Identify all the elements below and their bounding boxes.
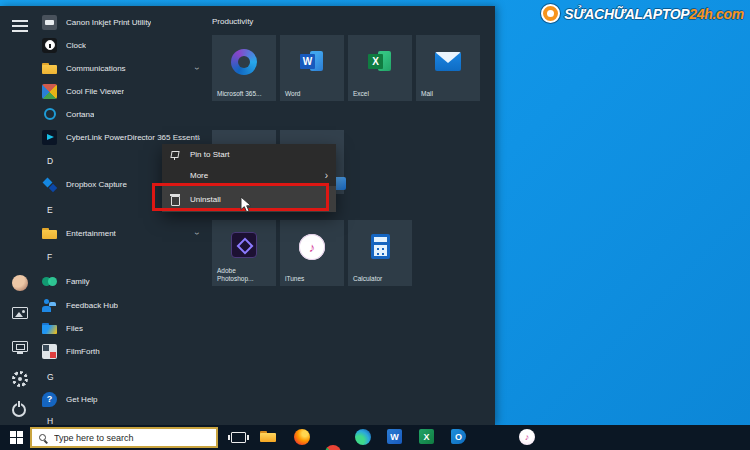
tile-mail[interactable]: Mail [416,35,480,101]
app-label: CyberLink PowerDirector 365 Essential [66,133,200,142]
tile-label: Adobe Photoshop... [217,267,273,283]
section-letter-h[interactable]: H [47,410,67,425]
user-avatar[interactable] [12,275,28,291]
tile-label: Word [285,90,341,98]
tile-itunes[interactable]: ♪ iTunes [280,220,344,286]
calculator-icon [371,234,390,259]
microsoft-365-icon [231,49,257,75]
tile-label: Microsoft 365... [217,90,273,98]
chevron-down-icon: › [192,232,201,235]
app-item-filmforth[interactable]: FilmForth [42,340,200,362]
app-item-feedback-hub[interactable]: Feedback Hub [42,294,200,316]
app-label: Files [66,324,83,333]
section-letter-e[interactable]: E [47,199,67,221]
folder-icon [42,226,57,241]
tile-adobe-photoshop[interactable]: Adobe Photoshop... [212,220,276,286]
section-letter-g[interactable]: G [47,366,67,388]
pictures-icon[interactable] [12,307,28,319]
family-icon [42,274,57,289]
watermark-text-orange: 24h.com [689,6,744,22]
photoshop-icon [231,232,257,258]
edge-icon[interactable] [355,429,371,445]
app-item-cortana[interactable]: Cortana [42,103,200,125]
app-label: Communications [66,64,126,73]
taskbar: W X O ♪ [0,425,750,450]
app-label: Family [66,277,90,286]
gear-logo-icon [541,4,560,23]
menu-item-label: Pin to Start [190,150,230,159]
app-label: Clock [66,41,86,50]
tile-excel[interactable]: X Excel [348,35,412,101]
display-icon[interactable] [12,341,28,352]
hamburger-menu-icon[interactable] [12,20,28,32]
watermark-logo: SỬACHỮALAPTOP24h.com [541,4,744,23]
tile-label: Mail [421,90,477,98]
power-icon[interactable] [12,403,26,417]
app-label: Feedback Hub [66,301,118,310]
settings-gear-icon[interactable] [12,371,28,387]
firefox-icon[interactable] [294,429,310,445]
feedback-icon [42,298,57,313]
itunes-taskbar-icon[interactable]: ♪ [519,429,535,445]
menu-item-pin-to-start[interactable]: Pin to Start [162,144,336,165]
app-item-cool-file-viewer[interactable]: Cool File Viewer [42,80,200,102]
app-item-communications[interactable]: Communications› [42,57,200,79]
app-label: Dropbox Capture [66,180,127,189]
app-item-get-help[interactable]: Get Help [42,388,200,410]
word-taskbar-icon[interactable]: W [387,429,402,444]
files-folder-icon [42,321,57,336]
folder-icon [42,61,57,76]
app-label: FilmForth [66,347,100,356]
app-item-canon[interactable]: Canon Inkjet Print Utility [42,11,200,33]
start-button[interactable] [10,431,23,444]
mouse-cursor [240,196,253,217]
submenu-chevron-icon: › [325,170,328,181]
tile-label: Excel [353,90,409,98]
menu-item-label: More [190,171,208,180]
file-explorer-icon[interactable] [260,429,276,445]
word-icon: W [299,51,325,73]
app-label: Entertainment [66,229,116,238]
help-bubble-icon [42,392,57,407]
video-editor-icon [42,130,57,145]
taskbar-search[interactable] [30,427,218,448]
tile-label: Calculator [353,275,409,283]
desktop: SỬACHỮALAPTOP24h.com Canon Inkjet Print … [0,0,750,450]
app-label: Cool File Viewer [66,87,124,96]
app-label: Canon Inkjet Print Utility [66,18,151,27]
start-menu: Canon Inkjet Print Utility Clock Communi… [0,6,495,425]
mail-envelope-icon [435,52,461,71]
app-label: Cortana [66,110,94,119]
itunes-icon: ♪ [299,234,325,260]
excel-icon: X [367,51,393,73]
search-icon [39,434,46,441]
watermark-text-white: SỬACHỮALAPTOP [564,6,689,22]
tile-word[interactable]: W Word [280,35,344,101]
windows-logo-icon [10,431,23,444]
tile-group-label[interactable]: Productivity [212,17,253,26]
dropbox-icon [42,177,57,192]
excel-taskbar-icon[interactable]: X [419,429,434,444]
clock-icon [42,38,57,53]
task-view-icon[interactable] [231,432,246,443]
chevron-down-icon: › [192,67,201,70]
tile-microsoft-365[interactable]: Microsoft 365... [212,35,276,101]
section-letter-d[interactable]: D [47,150,67,172]
search-input[interactable] [52,432,192,444]
filmforth-icon [42,344,57,359]
app-item-files[interactable]: Files [42,317,200,339]
cortana-ring-icon [44,108,56,120]
printer-icon [42,15,57,30]
app-item-family[interactable]: Family [42,270,200,292]
app-label: Get Help [66,395,98,404]
pin-icon [170,149,181,160]
app-item-entertainment[interactable]: Entertainment› [42,222,200,244]
chrome-icon[interactable] [325,445,341,450]
app-item-clock[interactable]: Clock [42,34,200,56]
photo-collage-icon [42,84,57,99]
tile-label: iTunes [285,275,341,283]
section-letter-f[interactable]: F [47,246,67,268]
tile-calculator[interactable]: Calculator [348,220,412,286]
outlook-taskbar-icon[interactable]: O [451,429,466,444]
